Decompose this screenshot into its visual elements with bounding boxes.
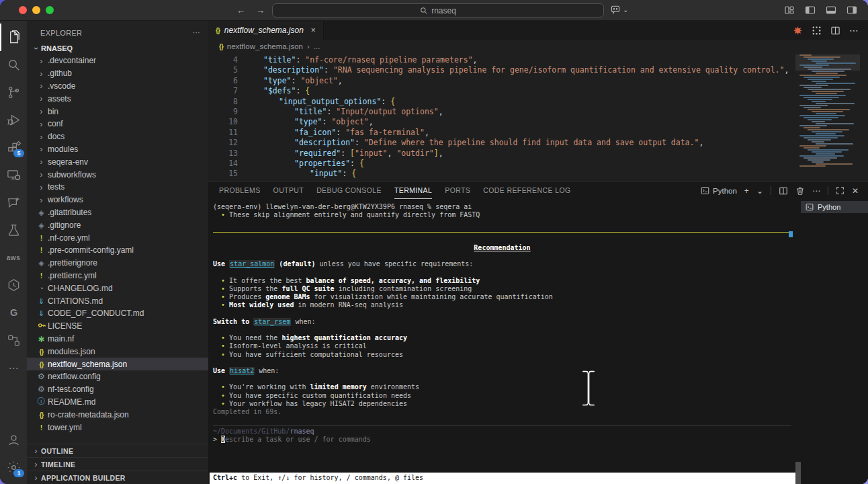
breadcrumb[interactable]: {} nextflow_schema.json › ... xyxy=(208,40,868,53)
terminal-input-area[interactable]: ~/Documents/GitHub/rnaseq > Describe a t… xyxy=(213,425,791,444)
activity-settings[interactable]: 1 xyxy=(0,454,27,481)
tree-item-nextflow-config[interactable]: ⚙nextflow.config xyxy=(27,370,208,383)
activity-explorer[interactable] xyxy=(0,24,27,51)
activity-more[interactable]: ⋯ xyxy=(0,354,27,382)
tree-item-bin[interactable]: ›bin xyxy=(27,105,208,118)
tree-item--prettierrc-yml[interactable]: !.prettierrc.yml xyxy=(27,270,208,282)
explorer-more-actions-icon[interactable]: ⋯ xyxy=(193,28,200,37)
tab-nextflow-schema[interactable]: {} nextflow_schema.json × xyxy=(208,21,324,40)
history-back-icon[interactable]: ← xyxy=(236,5,245,15)
tree-item-nf-test-config[interactable]: ⚙nf-test.config xyxy=(27,383,208,396)
panel-tab-code-reference-log[interactable]: CODE REFERENCE LOG xyxy=(483,182,570,199)
panel-tab-terminal[interactable]: TERMINAL xyxy=(394,182,432,199)
code-line: 7"$defs": { xyxy=(208,86,868,96)
activity-accounts[interactable] xyxy=(0,426,27,454)
tree-root-rnaseq[interactable]: › RNASEQ xyxy=(27,42,208,54)
toggle-panel-icon[interactable] xyxy=(826,5,836,15)
activity-run-debug[interactable] xyxy=(0,106,27,134)
activity-aws[interactable]: aws xyxy=(0,244,27,272)
segment xyxy=(213,211,221,218)
tree-item-ro-crate-metadata-json[interactable]: {}ro-crate-metadata.json xyxy=(27,408,208,421)
segment: You have sufficient computational resour… xyxy=(225,351,403,358)
tree-item-docs[interactable]: ›docs xyxy=(27,130,208,143)
activity-testing[interactable] xyxy=(0,216,27,244)
activity-remote-ai[interactable] xyxy=(0,161,27,189)
history-forward-icon[interactable]: → xyxy=(256,5,265,15)
terminal-blank-line xyxy=(213,269,801,277)
tree-item-workflows[interactable]: ›workflows xyxy=(27,194,208,206)
activity-search[interactable] xyxy=(0,51,27,79)
launch-profile[interactable]: Python xyxy=(701,186,737,195)
sidebar-section-timeline[interactable]: ›TIMELINE xyxy=(27,457,208,471)
customize-layout-icon[interactable] xyxy=(784,5,795,15)
tree-item--vscode[interactable]: ›.vscode xyxy=(27,80,208,93)
terminal-list-label: Python xyxy=(818,203,840,211)
zoom-window-button[interactable] xyxy=(46,6,54,14)
panel-tab-ports[interactable]: PORTS xyxy=(445,182,470,199)
run-flame-icon[interactable] xyxy=(793,26,803,36)
maximize-panel-icon[interactable] xyxy=(836,186,844,195)
close-tab-icon[interactable]: × xyxy=(311,26,316,35)
activity-source-control[interactable] xyxy=(0,79,27,106)
tree-item-changelog-md[interactable]: ◔CHANGELOG.md xyxy=(27,282,208,294)
sidebar-section-outline[interactable]: ›OUTLINE xyxy=(27,444,208,457)
tree-item-license[interactable]: LICENSE xyxy=(27,320,208,333)
beautify-cells-icon[interactable] xyxy=(812,26,822,36)
panel-more-actions-icon[interactable]: ⋯ xyxy=(812,186,820,196)
segment-b: Most widely used xyxy=(229,301,294,309)
tree-item-modules[interactable]: ›modules xyxy=(27,143,208,156)
tree-item-readme-md[interactable]: ⓘREADME.md xyxy=(27,396,208,409)
tree-item--prettierignore[interactable]: ◈.prettierignore xyxy=(27,257,208,270)
split-terminal-icon[interactable] xyxy=(779,186,788,196)
minimize-window-button[interactable] xyxy=(32,6,40,14)
activity-seqera[interactable] xyxy=(0,272,27,299)
tree-item-seqera-env[interactable]: ›seqera-env xyxy=(27,155,208,168)
copilot-menu[interactable]: ⌄ xyxy=(610,4,628,15)
activity-gitlens[interactable]: G xyxy=(0,299,27,327)
sidebar-section-application-builder[interactable]: ›APPLICATION BUILDER xyxy=(27,471,208,484)
command-center-search[interactable]: rnaseq xyxy=(272,3,604,17)
tree-item-conf[interactable]: ›conf xyxy=(27,118,208,130)
toggle-secondary-sidebar-icon[interactable] xyxy=(847,5,857,15)
tree-item-assets[interactable]: ›assets xyxy=(27,92,208,105)
line-number: 5 xyxy=(208,65,248,75)
activity-extensions[interactable]: 5 xyxy=(0,134,27,161)
tree-item-subworkflows[interactable]: ›subworkflows xyxy=(27,168,208,181)
close-panel-icon[interactable]: ✕ xyxy=(852,186,859,196)
tree-item-nextflow-schema-json[interactable]: {}nextflow_schema.json xyxy=(27,358,208,370)
tree-item-main-nf[interactable]: ∗main.nf xyxy=(27,333,208,346)
new-terminal-icon[interactable]: + xyxy=(744,186,749,196)
panel-tab-debug-console[interactable]: DEBUG CONSOLE xyxy=(316,182,382,199)
kill-terminal-trash-icon[interactable] xyxy=(795,186,805,196)
code-editor[interactable]: 4"title": "nf-core/rnaseq pipeline param… xyxy=(208,53,868,181)
close-window-button[interactable] xyxy=(19,6,27,14)
editor-more-actions-icon[interactable]: ⋯ xyxy=(849,25,859,36)
tree-item--gitignore[interactable]: ◈.gitignore xyxy=(27,218,208,231)
activity-symbols[interactable] xyxy=(0,327,27,354)
tree-item-code-of-conduct-md[interactable]: ⇓CODE_OF_CONDUCT.md xyxy=(27,307,208,320)
panel-tab-output[interactable]: OUTPUT xyxy=(273,182,304,199)
minimap-line xyxy=(804,147,820,149)
tree-item-citations-md[interactable]: ⇓CITATIONS.md xyxy=(27,294,208,307)
terminal[interactable]: (seqera-env) llewelyn-van-der-berg@KTW2Y… xyxy=(208,200,801,484)
tree-item-modules-json[interactable]: {}modules.json xyxy=(27,345,208,358)
segment-code: star_rsem xyxy=(253,318,291,325)
split-editor-icon[interactable] xyxy=(830,26,840,36)
minimap[interactable] xyxy=(795,54,860,181)
activity-chat[interactable] xyxy=(0,189,27,216)
tree-item--nf-core-yml[interactable]: !.nf-core.yml xyxy=(27,231,208,244)
tree-item--devcontainer[interactable]: ›.devcontainer xyxy=(27,54,208,67)
terminal-prompt-input[interactable]: > Describe a task or use / for commands xyxy=(213,436,791,444)
tree-item-tower-yml[interactable]: !tower.yml xyxy=(27,421,208,434)
tree-item--github[interactable]: ›.github xyxy=(27,67,208,80)
terminal-scrollbar[interactable] xyxy=(795,462,801,484)
tree-item-tests[interactable]: ›tests xyxy=(27,181,208,194)
json-icon: {} xyxy=(35,347,48,356)
terminal-list-item-python[interactable]: Python xyxy=(801,201,868,213)
tree-item--pre-commit-config-yaml[interactable]: !.pre-commit-config.yaml xyxy=(27,244,208,257)
segment: in modern RNA-seq analysis xyxy=(294,301,403,309)
panel-tab-problems[interactable]: PROBLEMS xyxy=(219,182,261,199)
tree-item--gitattributes[interactable]: ◈.gitattributes xyxy=(27,206,208,219)
toggle-primary-sidebar-icon[interactable] xyxy=(805,5,816,15)
launch-profile-chevron-icon[interactable]: ⌄ xyxy=(756,186,763,196)
